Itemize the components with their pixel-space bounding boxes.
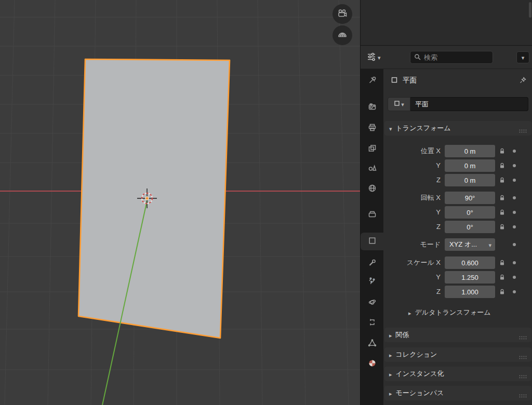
pin-icon[interactable] [519, 76, 527, 86]
rotation-y-field[interactable]: 0° [445, 206, 495, 219]
field-value: XYZ オ... [449, 240, 477, 249]
scale-z-field[interactable]: 1.000 [445, 286, 495, 298]
panel-title: トランスフォーム [396, 124, 451, 133]
id-browse-dropdown[interactable] [388, 97, 410, 111]
position-y-field[interactable]: 0 m [445, 159, 495, 172]
drag-grip-icon[interactable] [519, 353, 527, 361]
animate-dot[interactable] [513, 261, 516, 264]
breadcrumb-object-name[interactable]: 平面 [403, 76, 417, 85]
animate-dot[interactable] [513, 225, 516, 228]
chevron-down-icon [522, 53, 525, 61]
position-x-field[interactable]: 0 m [445, 145, 495, 157]
object-properties-icon [368, 236, 377, 247]
camera-view-button[interactable] [332, 4, 352, 24]
search-icon [414, 53, 421, 62]
mesh-data-icon [368, 339, 377, 349]
scale-x-field[interactable]: 0.600 [445, 256, 495, 269]
header-dropdown-button[interactable] [516, 51, 529, 63]
breadcrumb: 平面 [383, 73, 532, 88]
lock-icon[interactable] [499, 288, 506, 296]
tab-modifiers[interactable] [361, 255, 383, 273]
properties-editor: 平面 トランスフォーム [360, 0, 532, 405]
tab-particles[interactable] [361, 273, 383, 290]
animate-dot[interactable] [513, 164, 516, 167]
3d-viewport[interactable] [0, 0, 360, 405]
search-input[interactable] [424, 53, 481, 61]
tab-world[interactable] [361, 180, 383, 198]
lock-icon[interactable] [499, 274, 506, 282]
tab-tool[interactable] [361, 72, 383, 90]
lock-icon[interactable] [499, 147, 506, 156]
chevron-right-icon [389, 351, 392, 359]
lock-icon[interactable] [499, 162, 506, 170]
rotation-x-field[interactable]: 90° [445, 192, 495, 204]
field-label: Z [383, 286, 441, 298]
tab-object-data[interactable] [361, 335, 383, 353]
field-label: Z [383, 174, 441, 186]
tab-render[interactable] [361, 99, 383, 116]
object-name-row [388, 97, 528, 111]
panel-title: デルタトランスフォーム [415, 308, 491, 317]
tab-object[interactable] [361, 233, 383, 250]
animate-dot[interactable] [513, 276, 516, 279]
drag-grip-icon[interactable] [519, 333, 527, 341]
panel-header-collections[interactable]: コレクション [384, 347, 531, 362]
perspective-toggle-button[interactable] [332, 25, 352, 45]
lock-icon[interactable] [499, 209, 506, 217]
field-label: Y [383, 271, 441, 284]
field-label: 回転 X [383, 192, 441, 204]
blender-window: 平面 トランスフォーム [0, 0, 532, 405]
position-z-field[interactable]: 0 m [445, 174, 495, 186]
outliner-panel[interactable] [361, 0, 532, 46]
tab-material[interactable] [361, 355, 383, 373]
drag-grip-icon[interactable] [519, 392, 527, 399]
animate-dot[interactable] [513, 196, 516, 199]
rotation-z-field[interactable]: 0° [445, 221, 495, 233]
tab-output[interactable] [361, 119, 383, 137]
animate-dot[interactable] [513, 211, 516, 214]
tab-scene[interactable] [361, 159, 383, 177]
drag-grip-icon[interactable] [519, 127, 527, 134]
animate-dot[interactable] [513, 150, 516, 153]
tab-view-layer[interactable] [361, 140, 383, 158]
property-search[interactable] [410, 51, 493, 64]
tab-collection[interactable] [361, 206, 383, 224]
field-value: 0 m [464, 162, 476, 170]
rotation-mode-dropdown[interactable]: XYZ オ... [445, 238, 495, 251]
field-value: 90° [465, 194, 475, 202]
object-icon [391, 76, 398, 85]
field-value: 1.000 [461, 288, 478, 296]
panel-header-relations[interactable]: 関係 [384, 328, 531, 342]
panel-header-transform[interactable]: トランスフォーム [384, 121, 531, 136]
field-value: 0 m [464, 147, 476, 155]
camera-icon [337, 8, 348, 20]
lock-icon[interactable] [499, 259, 506, 267]
view-layer-icon [368, 144, 377, 154]
panel-header-motion-paths[interactable]: モーションパス [384, 386, 531, 400]
field-label: モード [383, 238, 441, 251]
tab-constraints[interactable] [361, 314, 383, 332]
chevron-down-icon [389, 125, 392, 132]
field-value: 0.600 [461, 259, 478, 267]
object-name-field[interactable] [410, 97, 528, 111]
animate-dot[interactable] [513, 243, 516, 246]
panel-title: インスタンス化 [396, 369, 444, 379]
outliner-scrollbar[interactable] [529, 2, 531, 18]
subpanel-header-delta-transform[interactable]: デルタトランスフォーム [384, 306, 531, 319]
animate-dot[interactable] [513, 179, 516, 182]
physics-icon [368, 298, 377, 308]
drag-grip-icon[interactable] [519, 372, 527, 380]
tab-physics[interactable] [361, 294, 383, 312]
editor-type-button[interactable] [367, 51, 390, 63]
viewport-scene [0, 0, 360, 405]
panel-title: 関係 [396, 330, 409, 340]
lock-icon[interactable] [499, 194, 506, 203]
scale-y-field[interactable]: 1.250 [445, 271, 495, 284]
animate-dot[interactable] [513, 290, 516, 293]
panel-header-instancing[interactable]: インスタンス化 [384, 367, 531, 381]
field-label: Y [383, 206, 441, 219]
lock-icon[interactable] [499, 177, 506, 185]
lock-icon[interactable] [499, 223, 506, 232]
chevron-right-icon [408, 309, 411, 317]
chevron-right-icon [389, 389, 392, 397]
